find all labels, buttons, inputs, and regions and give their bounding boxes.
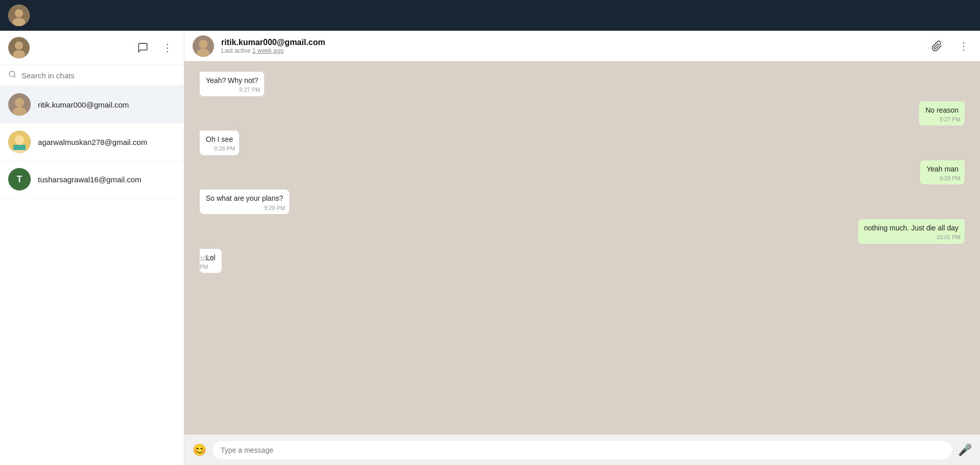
sidebar-more-icon[interactable]: ⋮ xyxy=(159,39,176,56)
chat-item-agarwal[interactable]: agarwalmuskan278@gmail.com xyxy=(0,123,184,161)
mic-button[interactable]: 🎤 xyxy=(958,443,972,457)
message-row: No reason 9:27 PM xyxy=(200,101,965,126)
svg-point-5 xyxy=(13,50,25,58)
chat-window: ritik.kumar000@gmail.com Last active 1 w… xyxy=(184,31,980,465)
search-icon xyxy=(8,70,16,80)
message-time: 9:27 PM xyxy=(940,116,961,123)
avatar-ritik xyxy=(8,93,31,116)
new-chat-icon[interactable] xyxy=(135,39,151,56)
main-layout: ⋮ ritik.k xyxy=(0,31,980,465)
sidebar: ⋮ ritik.k xyxy=(0,31,184,465)
chat-name-tushar: tusharsagrawal16@gmail.com xyxy=(38,175,141,184)
message-text: No reason xyxy=(925,106,958,114)
message-row: Yeah man 9:28 PM xyxy=(200,160,965,185)
message-row: Oh I see 9:28 PM xyxy=(200,131,965,155)
avatar-tushar: T xyxy=(8,168,31,191)
sidebar-icons: ⋮ xyxy=(135,39,176,56)
attach-icon[interactable] xyxy=(929,38,945,54)
message-time: 9:27 PM xyxy=(239,86,260,94)
message-row: So what are your plans? 9:28 PM xyxy=(200,189,965,214)
message-bubble-outgoing: nothing much. Just die all day 10:01 PM xyxy=(858,219,965,244)
chat-header-status: Last active 1 week ago xyxy=(221,47,922,54)
svg-point-1 xyxy=(15,9,23,17)
chat-header-avatar xyxy=(193,35,214,57)
message-bubble-incoming: Lol 10:01 PM xyxy=(200,249,222,273)
sidebar-header: ⋮ xyxy=(0,31,184,65)
chat-more-icon[interactable]: ⋮ xyxy=(955,38,972,54)
chat-item-tushar[interactable]: T tusharsagrawal16@gmail.com xyxy=(0,161,184,198)
app-header xyxy=(0,0,980,31)
message-time: 9:28 PM xyxy=(264,204,285,212)
messages-area: Yeah? Why not? 9:27 PM No reason 9:27 PM… xyxy=(184,61,980,434)
message-bubble-incoming: Oh I see 9:28 PM xyxy=(200,131,239,155)
chat-name-ritik: ritik.kumar000@gmail.com xyxy=(38,100,129,109)
message-time: 10:01 PM xyxy=(936,234,961,241)
svg-point-6 xyxy=(9,71,15,77)
chat-header: ritik.kumar000@gmail.com Last active 1 w… xyxy=(184,31,980,61)
avatar-agarwal xyxy=(8,131,31,153)
chat-header-actions: ⋮ xyxy=(929,38,972,54)
message-text: nothing much. Just die all day xyxy=(864,224,958,232)
sidebar-my-avatar[interactable] xyxy=(8,37,30,58)
message-time: 9:28 PM xyxy=(214,145,235,153)
svg-point-9 xyxy=(15,98,24,107)
chat-header-info: ritik.kumar000@gmail.com Last active 1 w… xyxy=(221,38,922,54)
chat-header-name: ritik.kumar000@gmail.com xyxy=(221,38,922,47)
message-row: Yeah? Why not? 9:27 PM xyxy=(200,72,965,96)
message-text: Yeah man xyxy=(926,165,958,173)
message-bubble-outgoing: No reason 9:27 PM xyxy=(919,101,965,126)
my-avatar[interactable] xyxy=(8,5,30,26)
message-input[interactable] xyxy=(212,441,952,459)
message-bubble-incoming: Yeah? Why not? 9:27 PM xyxy=(200,72,264,96)
svg-point-4 xyxy=(15,41,23,50)
emoji-button[interactable]: 😊 xyxy=(193,443,206,457)
svg-point-2 xyxy=(13,18,25,26)
message-time: 9:28 PM xyxy=(940,175,961,182)
search-bar xyxy=(0,65,184,86)
svg-line-7 xyxy=(14,76,15,77)
svg-rect-14 xyxy=(13,145,26,150)
svg-point-16 xyxy=(199,39,207,48)
message-bubble-outgoing: Yeah man 9:28 PM xyxy=(920,160,965,185)
input-bar: 😊 🎤 xyxy=(184,434,980,465)
message-time: 10:01 PM xyxy=(200,255,218,271)
chat-name-agarwal: agarwalmuskan278@gmail.com xyxy=(38,138,147,146)
message-text: So what are your plans? xyxy=(206,194,283,202)
chat-list: ritik.kumar000@gmail.com agarwalmuskan27… xyxy=(0,86,184,465)
message-row: Lol 10:01 PM xyxy=(200,249,965,273)
svg-point-12 xyxy=(15,135,24,144)
message-bubble-incoming: So what are your plans? 9:28 PM xyxy=(200,189,289,214)
message-text: Yeah? Why not? xyxy=(206,76,258,84)
message-row: nothing much. Just die all day 10:01 PM xyxy=(200,219,965,244)
message-text: Oh I see xyxy=(206,135,233,143)
chat-item-ritik[interactable]: ritik.kumar000@gmail.com xyxy=(0,86,184,123)
search-input[interactable] xyxy=(22,71,176,80)
